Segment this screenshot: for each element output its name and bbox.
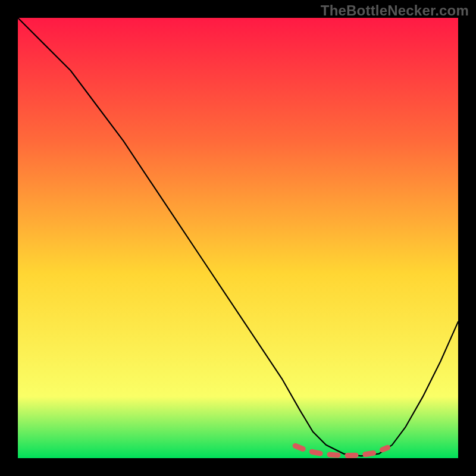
plot-area	[18, 18, 458, 458]
watermark-text: TheBottleNecker.com	[321, 2, 469, 19]
gradient-background	[18, 18, 458, 458]
chart-svg	[18, 18, 458, 458]
chart-frame: TheBottleNecker.com	[0, 0, 476, 476]
